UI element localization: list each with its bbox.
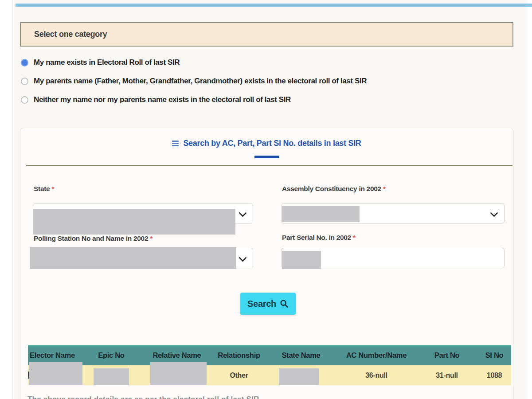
chevron-down-icon	[239, 254, 246, 262]
title-underline	[254, 156, 279, 158]
epic-no-redaction	[94, 368, 129, 385]
col-header-elector-name: Elector Name	[28, 351, 81, 360]
cell-relationship: Other	[212, 372, 266, 379]
assembly-constituency-label: Assembly Constituency in 2002*	[282, 185, 386, 193]
radio-option-label: My name exists in Electoral Roll of last…	[34, 58, 180, 67]
col-header-part-no: Part No	[416, 351, 477, 360]
col-header-ac-number-name: AC Number/Name	[336, 351, 416, 360]
page: Select one category My name exists in El…	[0, 0, 532, 399]
table-header-row: Elector Name Epic No Relative Name Relat…	[28, 345, 511, 365]
search-panel: Search by AC, Part, Part Sl No. details …	[20, 128, 513, 399]
radio-unselected-icon[interactable]	[21, 96, 28, 104]
col-header-sl-no: Sl No	[477, 351, 511, 360]
part-serial-value-redaction	[282, 251, 321, 269]
required-asterisk: *	[51, 185, 54, 192]
radio-option-label: My parents name (Father, Mother, Grandfa…	[34, 77, 367, 86]
radio-option-neither-name[interactable]: Neither my name nor my parents name exis…	[21, 95, 291, 104]
radio-unselected-icon[interactable]	[21, 78, 28, 85]
relative-name-redaction	[150, 362, 207, 385]
required-asterisk: *	[353, 234, 356, 241]
panel-divider	[26, 165, 512, 166]
panel-title-row: Search by AC, Part, Part Sl No. details …	[20, 139, 513, 148]
panel-title: Search by AC, Part, Part Sl No. details …	[183, 139, 361, 148]
cell-sl-no: 1088	[477, 372, 511, 379]
left-margin	[0, 0, 13, 399]
assembly-value-redaction	[282, 206, 360, 222]
radio-selected-icon[interactable]	[21, 59, 28, 66]
state-value-redaction	[33, 209, 235, 235]
elector-name-redaction	[29, 362, 82, 385]
polling-value-redaction	[30, 247, 236, 269]
col-header-relationship: Relationship	[212, 351, 266, 360]
search-button-label: Search	[247, 299, 276, 309]
polling-station-label: Polling Station No and Name in 2002*	[34, 235, 153, 243]
clipped-bottom-text: The above record details are as per the …	[27, 394, 515, 399]
chevron-down-icon	[490, 209, 498, 217]
cell-part-no: 31-null	[416, 372, 477, 379]
right-margin	[525, 0, 532, 399]
search-button[interactable]: Search	[240, 293, 296, 315]
required-asterisk: *	[150, 235, 153, 242]
col-header-epic-no: Epic No	[81, 351, 141, 360]
radio-option-parents-name[interactable]: My parents name (Father, Mother, Grandfa…	[21, 77, 367, 86]
required-asterisk: *	[383, 185, 386, 192]
state-name-redaction	[279, 368, 319, 385]
radio-option-label: Neither my name nor my parents name exis…	[34, 95, 291, 104]
list-lines-icon	[172, 141, 179, 146]
top-accent-bar	[16, 4, 532, 7]
category-header: Select one category	[20, 22, 513, 47]
state-label: State*	[34, 185, 54, 193]
results-table: Elector Name Epic No Relative Name Relat…	[28, 345, 511, 385]
col-header-state-name: State Name	[266, 351, 336, 360]
cell-ac-number-name: 36-null	[336, 372, 416, 379]
part-serial-label: Part Serial No. in 2002*	[282, 234, 356, 242]
search-icon	[280, 299, 289, 308]
chevron-down-icon	[239, 209, 246, 217]
radio-option-my-name[interactable]: My name exists in Electoral Roll of last…	[21, 58, 180, 67]
col-header-relative-name: Relative Name	[141, 351, 212, 360]
category-header-label: Select one category	[34, 30, 107, 39]
